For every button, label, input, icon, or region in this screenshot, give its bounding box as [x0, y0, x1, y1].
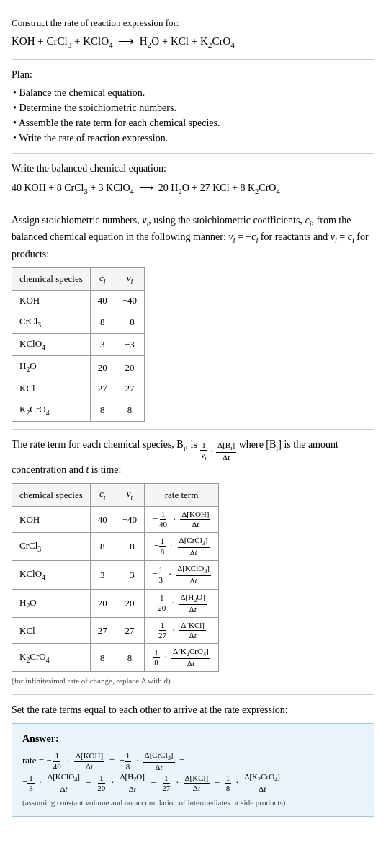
rt-species-kclo4: KClO4: [12, 561, 91, 589]
table-row: K2CrO4 8 8 18 · Δ[K2CrO4]Δt: [12, 644, 219, 672]
rate-note: (for infinitesimal rate of change, repla…: [12, 675, 374, 687]
balanced-equation: 40 KOH + 8 CrCl3 + 3 KClO4 ⟶ 20 H2O + 27…: [12, 180, 374, 198]
plan-item-4: • Write the rate of reaction expression.: [13, 130, 374, 146]
rate-col-vi: νi: [115, 484, 144, 506]
species-kcl: KCl: [12, 378, 91, 399]
rt-term-koh: −140 · Δ[KOH]Δt: [145, 506, 219, 532]
stoich-col-species: chemical species: [12, 268, 91, 291]
plan-item-1: • Balance the chemical equation.: [13, 85, 374, 100]
rt-vi-koh: −40: [115, 506, 144, 532]
rt-ci-kclo4: 3: [90, 561, 115, 589]
table-row: KOH 40 −40: [12, 291, 145, 311]
rate-term-header: The rate term for each chemical species,…: [12, 437, 374, 477]
rt-species-kcl: KCl: [12, 617, 91, 643]
rt-species-k2cro4: K2CrO4: [12, 644, 91, 672]
vi-crcl3: −8: [115, 311, 144, 333]
table-row: KClO4 3 −3: [12, 333, 145, 355]
stoich-col-ci: ci: [90, 268, 115, 291]
table-row: KCl 27 27: [12, 378, 145, 399]
unbalanced-reaction: KOH + CrCl3 + KClO4 ⟶ H2O + KCl + K2CrO4: [12, 33, 374, 51]
stoich-section: Assign stoichiometric numbers, νi, using…: [12, 205, 374, 430]
rt-vi-h2o: 20: [115, 589, 144, 617]
plan-item-3: • Assemble the rate term for each chemic…: [13, 115, 374, 130]
ci-kcl: 27: [90, 378, 115, 399]
construct-section: Construct the rate of reaction expressio…: [12, 9, 374, 60]
table-row: KCl 27 27 127 · Δ[KCl]Δt: [12, 617, 219, 643]
answer-label: Answer:: [22, 731, 364, 746]
balanced-section: Write the balanced chemical equation: 40…: [12, 154, 374, 205]
stoich-header: Assign stoichiometric numbers, νi, using…: [12, 213, 374, 262]
stoich-col-vi: νi: [115, 268, 144, 291]
ci-koh: 40: [90, 291, 115, 311]
construct-header: Construct the rate of reaction expressio…: [12, 16, 374, 30]
vi-koh: −40: [115, 291, 144, 311]
rt-ci-h2o: 20: [90, 589, 115, 617]
ci-k2cro4: 8: [90, 399, 115, 421]
rate-table: chemical species ci νi rate term KOH 40 …: [12, 483, 219, 672]
ci-kclo4: 3: [90, 333, 115, 355]
answer-box: Answer: rate = −140 · Δ[KOH]Δt = −18 · Δ…: [12, 723, 374, 817]
species-koh: KOH: [12, 291, 91, 311]
balanced-header: Write the balanced chemical equation:: [12, 161, 374, 176]
rt-ci-crcl3: 8: [90, 532, 115, 560]
vi-kcl: 27: [115, 378, 144, 399]
rt-term-h2o: 120 · Δ[H2O]Δt: [145, 589, 219, 617]
species-k2cro4: K2CrO4: [12, 399, 91, 421]
set-equal-header: Set the rate terms equal to each other t…: [12, 702, 374, 717]
answer-section: Set the rate terms equal to each other t…: [12, 695, 374, 824]
rt-ci-k2cro4: 8: [90, 644, 115, 672]
rt-vi-crcl3: −8: [115, 532, 144, 560]
table-row: CrCl3 8 −8: [12, 311, 145, 333]
rate-col-species: chemical species: [12, 484, 91, 506]
rate-col-ci: ci: [90, 484, 115, 506]
ci-crcl3: 8: [90, 311, 115, 333]
table-row: H2O 20 20: [12, 356, 145, 378]
plan-section: Plan: • Balance the chemical equation. •…: [12, 60, 374, 154]
table-row: KClO4 3 −3 −13 · Δ[KClO4]Δt: [12, 561, 219, 589]
rt-species-koh: KOH: [12, 506, 91, 532]
species-crcl3: CrCl3: [12, 311, 91, 333]
rt-ci-koh: 40: [90, 506, 115, 532]
rt-vi-kcl: 27: [115, 617, 144, 643]
answer-rate-expression: rate = −140 · Δ[KOH]Δt = −18 · Δ[CrCl3]Δ…: [22, 750, 364, 794]
rt-vi-kclo4: −3: [115, 561, 144, 589]
rate-col-term: rate term: [145, 484, 219, 506]
rt-term-kclo4: −13 · Δ[KClO4]Δt: [145, 561, 219, 589]
plan-title: Plan:: [12, 67, 374, 82]
species-h2o: H2O: [12, 356, 91, 378]
rt-species-crcl3: CrCl3: [12, 532, 91, 560]
rt-vi-k2cro4: 8: [115, 644, 144, 672]
table-row: K2CrO4 8 8: [12, 399, 145, 421]
stoich-table: chemical species ci νi KOH 40 −40 CrCl3 …: [12, 267, 145, 422]
vi-h2o: 20: [115, 356, 144, 378]
rate-term-frac: 1 νi: [199, 440, 207, 462]
ci-h2o: 20: [90, 356, 115, 378]
answer-note: (assuming constant volume and no accumul…: [22, 797, 364, 809]
table-row: KOH 40 −40 −140 · Δ[KOH]Δt: [12, 506, 219, 532]
rt-term-kcl: 127 · Δ[KCl]Δt: [145, 617, 219, 643]
rt-term-k2cro4: 18 · Δ[K2CrO4]Δt: [145, 644, 219, 672]
rate-term-section: The rate term for each chemical species,…: [12, 430, 374, 695]
rt-species-h2o: H2O: [12, 589, 91, 617]
species-kclo4: KClO4: [12, 333, 91, 355]
vi-k2cro4: 8: [115, 399, 144, 421]
rt-term-crcl3: −18 · Δ[CrCl3]Δt: [145, 532, 219, 560]
rt-ci-kcl: 27: [90, 617, 115, 643]
rate-eq-label: rate =: [22, 755, 46, 766]
plan-item-2: • Determine the stoichiometric numbers.: [13, 100, 374, 115]
table-row: CrCl3 8 −8 −18 · Δ[CrCl3]Δt: [12, 532, 219, 560]
vi-kclo4: −3: [115, 333, 144, 355]
table-row: H2O 20 20 120 · Δ[H2O]Δt: [12, 589, 219, 617]
rate-delta-frac: Δ[Bi] Δt: [216, 440, 236, 462]
